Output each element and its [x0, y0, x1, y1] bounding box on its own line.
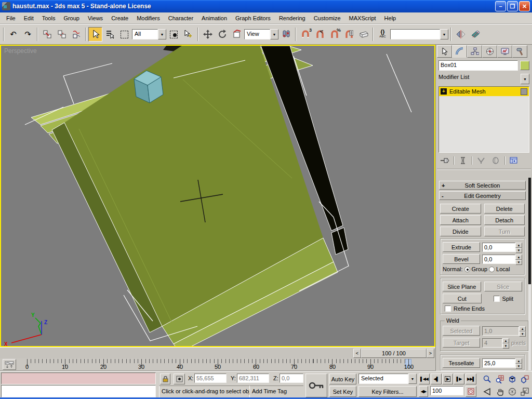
- snap-toggle-3d-icon[interactable]: 3: [298, 27, 312, 42]
- spinner-snap-icon[interactable]: [342, 27, 356, 42]
- set-keys-icon[interactable]: [305, 374, 327, 397]
- divide-button[interactable]: Divide: [440, 227, 481, 236]
- pan-view-icon[interactable]: [494, 385, 506, 398]
- bind-to-space-warp-icon[interactable]: [69, 27, 83, 42]
- field-of-view-icon[interactable]: [481, 385, 494, 398]
- tab-hierarchy[interactable]: [467, 45, 482, 58]
- rollout-expand-icon[interactable]: +: [442, 182, 445, 189]
- select-and-rotate-icon[interactable]: [215, 27, 229, 42]
- refine-ends-checkbox[interactable]: [445, 305, 451, 312]
- select-by-name-icon[interactable]: [103, 27, 117, 42]
- normal-local-label[interactable]: Local: [496, 266, 510, 272]
- mirror-icon[interactable]: [454, 27, 468, 42]
- select-and-move-icon[interactable]: [201, 27, 215, 42]
- menu-item[interactable]: Help: [380, 14, 401, 23]
- stack-item-editable-mesh[interactable]: + Editable Mesh: [439, 87, 529, 96]
- keyboard-shortcut-override-icon[interactable]: [356, 27, 370, 42]
- attach-button[interactable]: Attach: [440, 215, 481, 225]
- perspective-viewport[interactable]: Perspective: [0, 45, 435, 347]
- modifier-stack[interactable]: + Editable Mesh: [438, 86, 529, 153]
- y-coordinate-field[interactable]: 682,311: [237, 374, 269, 383]
- undo-icon[interactable]: ↶: [6, 27, 20, 42]
- add-time-tag[interactable]: Add Time Tag: [249, 385, 303, 398]
- next-frame-icon[interactable]: ▌▶: [454, 374, 464, 384]
- x-coordinate-field[interactable]: 55,655: [194, 374, 227, 383]
- zoom-all-icon[interactable]: [494, 373, 506, 385]
- object-name-field[interactable]: Box01: [438, 60, 518, 71]
- menu-item[interactable]: Rendering: [275, 14, 310, 23]
- tab-utilities[interactable]: [512, 45, 527, 58]
- menu-item[interactable]: MAXScript: [345, 14, 380, 23]
- dropdown-arrow-icon[interactable]: ▼: [440, 29, 448, 39]
- z-coordinate-field[interactable]: 0,0: [280, 374, 303, 383]
- percent-snap-icon[interactable]: %: [327, 27, 341, 42]
- time-slider-prev-icon[interactable]: <: [353, 349, 361, 358]
- select-and-scale-icon[interactable]: [230, 27, 244, 42]
- minimize-button[interactable]: –: [495, 1, 506, 11]
- tab-modify[interactable]: [452, 45, 467, 58]
- modifier-list-dropdown[interactable]: Modifier List ▼: [438, 74, 529, 84]
- modifier-toggle-icon[interactable]: [521, 88, 527, 95]
- named-selection-sets-dropdown[interactable]: ▼: [390, 29, 448, 39]
- unlink-selection-icon[interactable]: [55, 27, 69, 42]
- select-and-manipulate-icon[interactable]: [181, 27, 195, 42]
- split-checkbox[interactable]: [494, 296, 500, 302]
- key-filters-button[interactable]: Key Filters...: [358, 386, 417, 397]
- expand-icon[interactable]: +: [441, 88, 447, 95]
- key-mode-toggle-icon[interactable]: ◀▶: [419, 386, 428, 397]
- normal-group-radio[interactable]: [464, 267, 470, 272]
- window-crossing-icon[interactable]: [167, 27, 181, 42]
- extrude-spinner[interactable]: ▲▼: [515, 243, 522, 252]
- bevel-value-field[interactable]: 0,0: [482, 255, 515, 264]
- remove-modifier-icon[interactable]: [490, 156, 501, 165]
- create-button[interactable]: Create: [440, 204, 481, 214]
- extrude-button[interactable]: Extrude: [443, 242, 480, 252]
- menu-item[interactable]: Graph Editors: [231, 14, 275, 23]
- panel-scrollbar[interactable]: [528, 178, 531, 370]
- menu-item[interactable]: Edit: [20, 14, 38, 23]
- slice-plane-button[interactable]: Slice Plane: [443, 282, 481, 291]
- set-key-button[interactable]: Set Key: [329, 386, 356, 397]
- absolute-offset-mode-icon[interactable]: [174, 374, 185, 384]
- previous-frame-icon[interactable]: ◀▌: [431, 374, 442, 384]
- delete-button[interactable]: Delete: [484, 204, 525, 214]
- align-icon[interactable]: [468, 27, 482, 42]
- edit-named-selections-icon[interactable]: {} ABC: [376, 27, 390, 42]
- rectangular-selection-region-icon[interactable]: [117, 27, 131, 42]
- maxscript-listener-white[interactable]: [1, 385, 156, 397]
- menu-item[interactable]: Create: [107, 14, 132, 23]
- extrude-value-field[interactable]: 0,0: [482, 243, 515, 252]
- configure-modifier-sets-icon[interactable]: [508, 156, 520, 165]
- viewport-canvas[interactable]: Perspective: [1, 46, 434, 346]
- tab-create[interactable]: [437, 45, 452, 58]
- redo-icon[interactable]: ↷: [21, 27, 35, 42]
- menu-item[interactable]: File: [2, 14, 20, 23]
- dropdown-arrow-icon[interactable]: ▼: [158, 29, 166, 39]
- tab-motion[interactable]: [482, 45, 497, 58]
- dropdown-arrow-icon[interactable]: ▼: [521, 74, 529, 84]
- maxscript-listener-pink[interactable]: [1, 373, 156, 384]
- selection-lock-icon[interactable]: [160, 374, 170, 384]
- use-pivot-point-center-icon[interactable]: [279, 27, 293, 42]
- split-label[interactable]: Split: [502, 296, 513, 302]
- tessellate-button[interactable]: Tessellate: [443, 358, 480, 368]
- scrollbar-thumb[interactable]: [528, 178, 531, 284]
- menu-item[interactable]: Character: [164, 14, 197, 23]
- selection-filter-dropdown[interactable]: All ▼: [132, 29, 166, 39]
- normal-local-radio[interactable]: [489, 267, 495, 272]
- menu-item[interactable]: Views: [84, 14, 107, 23]
- select-object-icon[interactable]: [88, 27, 102, 42]
- current-frame-field[interactable]: 100: [430, 386, 463, 395]
- track-bar[interactable]: 0 10 20 30 40 50 60 70 80 90 100: [0, 358, 435, 371]
- auto-key-button[interactable]: Auto Key: [329, 374, 356, 384]
- time-slider[interactable]: < 100 / 100 >: [0, 347, 435, 358]
- time-slider-next-icon[interactable]: >: [427, 349, 434, 358]
- rollout-edit-geometry[interactable]: - Edit Geometry: [439, 191, 526, 200]
- refine-ends-label[interactable]: Refine Ends: [454, 305, 485, 312]
- time-slider-handle[interactable]: 100 / 100: [361, 349, 427, 358]
- bevel-spinner[interactable]: ▲▼: [515, 255, 522, 264]
- zoom-extents-icon[interactable]: [506, 373, 518, 385]
- select-and-link-icon[interactable]: [40, 27, 54, 42]
- mini-curve-editor-icon[interactable]: [3, 359, 16, 370]
- zoom-icon[interactable]: [481, 373, 494, 385]
